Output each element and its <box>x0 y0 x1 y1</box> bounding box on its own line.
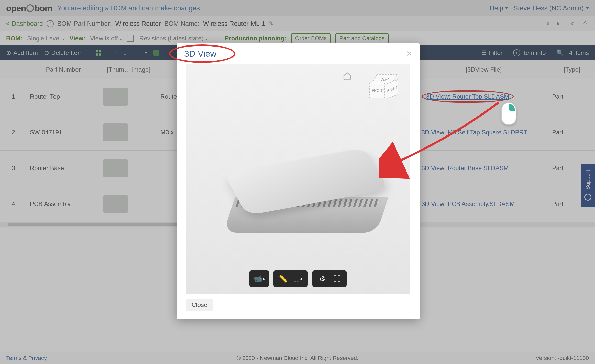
measure-tool-group: 📏 ⬚▲ <box>273 270 308 287</box>
modal-title: 3D View <box>184 49 216 59</box>
fullscreen-icon[interactable]: ⛶ <box>332 274 341 283</box>
explode-icon[interactable]: ⬚▲ <box>293 274 303 283</box>
ruler-icon[interactable]: 📏 <box>279 274 288 283</box>
orientation-cube[interactable]: TOP FRONT RIGHT <box>369 73 398 101</box>
modal-close-button[interactable]: × <box>406 48 412 59</box>
annotation-mouse-icon <box>501 102 516 125</box>
camera-icon[interactable]: 📹▲ <box>255 274 264 283</box>
viewer-toolbar: 📹▲ 📏 ⬚▲ ⚙ ⛶ <box>249 270 347 287</box>
settings-icon[interactable]: ⚙ <box>317 274 327 283</box>
home-icon[interactable] <box>343 72 351 80</box>
camera-tool-group[interactable]: 📹▲ <box>249 270 269 287</box>
close-button[interactable]: Close <box>186 299 213 311</box>
3d-model[interactable] <box>216 135 395 263</box>
3d-viewer-canvas[interactable]: TOP FRONT RIGHT 📹▲ 📏 ⬚▲ ⚙ ⛶ <box>186 64 410 294</box>
3d-view-modal: 3D View × TOP FRONT RIGHT 📹▲ 📏 ⬚▲ ⚙ ⛶ <box>177 43 420 319</box>
settings-tool-group: ⚙ ⛶ <box>312 270 347 287</box>
